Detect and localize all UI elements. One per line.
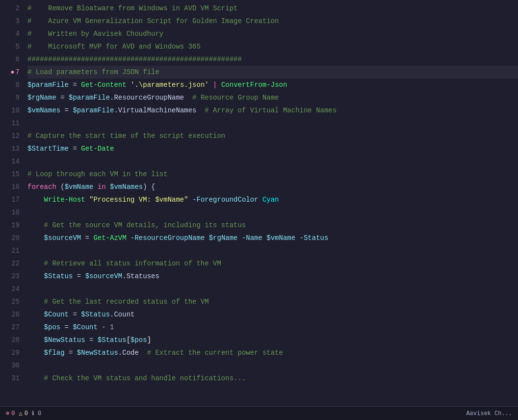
code-token: $paramFile (73, 106, 114, 114)
code-token (127, 81, 130, 89)
code-token: ConvertFrom-Json (221, 81, 287, 89)
error-indicator: ⊗ 0 (6, 410, 15, 417)
code-line: # Get the source VM details, including i… (27, 219, 518, 232)
code-token: $paramFile (69, 94, 110, 102)
code-token: $vmName (65, 183, 94, 191)
line-number: 3 (4, 15, 20, 27)
code-line: $Status = $sourceVM.Statuses (27, 270, 518, 283)
line-number: 20 (4, 232, 20, 244)
code-token: = (73, 272, 85, 280)
line-number: 10 (4, 104, 20, 117)
code-token: Get-AzVM (93, 234, 126, 242)
code-token: Write-Host (27, 196, 89, 204)
code-line: # Written by Aavisek Choudhury (27, 27, 518, 40)
code-line: # Load parameters from JSON file (27, 66, 518, 79)
line-number: 8 (4, 79, 20, 91)
code-line: # Capture the start time of the script e… (27, 130, 518, 142)
line-number: 12 (4, 130, 20, 142)
line-number: 11 (4, 117, 20, 130)
author-name: Aavisek Ch... (466, 410, 512, 417)
line-number: 22 (4, 257, 20, 270)
code-token: $NewStatus (27, 336, 85, 344)
code-token: and (139, 43, 151, 51)
code-token: $Count (73, 323, 97, 331)
code-token: $Status (81, 311, 110, 318)
code-token: $pos (130, 336, 147, 344)
code-token: [ (127, 336, 130, 344)
code-token: .Code (118, 349, 147, 357)
code-line: $StartTime = Get-Date (27, 142, 518, 155)
line-number: 31 (4, 372, 20, 385)
code-line: Write-Host "Processing VM: $vmName" -For… (27, 193, 518, 206)
code-token: = (85, 336, 98, 344)
warning-count: 0 (25, 410, 28, 417)
code-token: # Remove Bloatware from Windows in AVD V… (27, 4, 237, 12)
code-token: $Status (27, 272, 73, 280)
code-token: Get-Content (81, 81, 126, 89)
line-number: ●7 (4, 66, 20, 79)
code-token: # Get the source VM details, including i… (27, 221, 246, 229)
line-number: 26 (4, 308, 20, 321)
code-token: = (60, 106, 73, 114)
code-token: ########################################… (27, 55, 242, 63)
code-line: $paramFile = Get-Content '.\parameters.j… (27, 79, 518, 91)
code-token: # Written by Aavisek Choudhury (27, 30, 163, 38)
code-lines[interactable]: # Remove Bloatware from Windows in AVD V… (24, 2, 518, 406)
code-token: # Resource Group Name (192, 94, 279, 102)
code-token: in (93, 183, 110, 191)
code-line (27, 244, 518, 257)
code-token: ( (56, 183, 65, 191)
code-token: # Load parameters from JSON file (27, 68, 159, 76)
code-token: .Count (110, 311, 134, 318)
code-line: $flag = $NewStatus.Code # Extract the cu… (27, 346, 518, 359)
line-number: 17 (4, 193, 20, 206)
code-token: # Retrieve all status information of the… (27, 260, 221, 267)
code-token: $NewStatus (77, 349, 118, 357)
code-token: - (98, 323, 110, 331)
code-line: $rgName = $paramFile.ResourceGroupName #… (27, 91, 518, 104)
line-number: 21 (4, 244, 20, 257)
code-token: # Check the VM status and handle notific… (27, 374, 246, 382)
code-area: 23456●7891011121314151617181920212223242… (0, 0, 518, 406)
code-token (217, 81, 221, 89)
code-token: $rgName (209, 234, 238, 242)
line-number: 16 (4, 181, 20, 193)
code-line: ########################################… (27, 53, 518, 66)
code-token: = (60, 323, 73, 331)
code-token: # Loop through each VM in the list (27, 170, 168, 178)
code-token: $Status (98, 336, 127, 344)
code-token: = (65, 349, 77, 357)
status-bar: ⊗ 0 △ 0 ℹ 0 Aavisek Ch... (0, 406, 518, 420)
info-indicator: ℹ 0 (32, 410, 41, 417)
code-line: # Microsoft MVP for AVD and Windows 365 (27, 40, 518, 53)
line-number: 14 (4, 155, 20, 168)
code-token: $vmName (266, 234, 295, 242)
code-line (27, 155, 518, 168)
line-number: 9 (4, 91, 20, 104)
code-token: $Count (27, 311, 69, 318)
code-token: .VirtualMachineNames (114, 106, 205, 114)
code-token: $StartTime (27, 145, 69, 153)
editor-container: 23456●7891011121314151617181920212223242… (0, 0, 518, 420)
code-token: foreach (27, 183, 56, 191)
line-number: 6 (4, 53, 20, 66)
line-number: 24 (4, 283, 20, 295)
code-line: # Loop through each VM in the list (27, 168, 518, 181)
code-line: $sourceVM = Get-AzVM -ResourceGroupName … (27, 232, 518, 244)
line-number: 4 (4, 27, 20, 40)
code-token: # Array of Virtual Machine Names (205, 106, 337, 114)
code-token: | (213, 81, 217, 89)
line-number: 2 (4, 2, 20, 15)
warning-icon: △ (19, 410, 22, 417)
code-line: $Count = $Status.Count (27, 308, 518, 321)
code-token: ) { (143, 183, 155, 191)
code-line (27, 359, 518, 372)
code-token: # Get the last recorded status of the VM (27, 298, 209, 306)
code-token: -Name (238, 234, 267, 242)
code-token: Get-Date (81, 145, 114, 153)
code-token: $pos (27, 323, 60, 331)
error-icon: ⊗ (6, 410, 9, 417)
line-number: 29 (4, 346, 20, 359)
code-token: # Capture the start time of the script e… (27, 132, 225, 140)
code-token: = (69, 311, 81, 318)
